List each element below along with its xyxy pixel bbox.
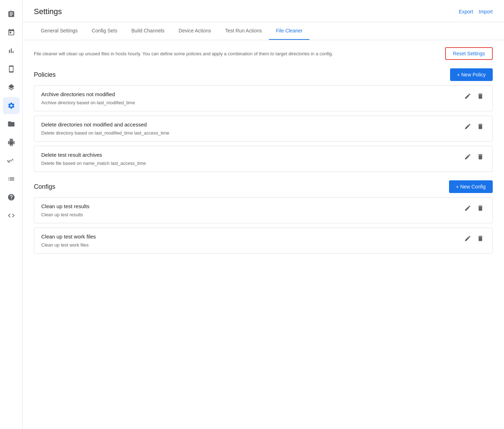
policy-card-0: Archive directories not modified Archive… <box>34 85 493 111</box>
config-card-0-content: Clean up test results Clean up test resu… <box>41 203 457 217</box>
policy-card-1-delete-button[interactable] <box>475 122 485 133</box>
policies-header: Policies + New Policy <box>34 68 493 81</box>
policy-card-2-name: Delete test result archives <box>41 152 457 158</box>
export-link[interactable]: Export <box>459 9 473 14</box>
policy-card-0-name: Archive directories not modified <box>41 91 457 97</box>
tab-general-settings[interactable]: General Settings <box>34 22 85 40</box>
policy-card-1-edit-button[interactable] <box>463 122 473 133</box>
sidebar-item-folder[interactable] <box>3 116 20 132</box>
tab-device-actions[interactable]: Device Actions <box>172 22 218 40</box>
configs-title: Configs <box>34 183 55 191</box>
description-row: File cleaner will clean up unused files … <box>34 47 493 60</box>
config-card-1-content: Clean up test work files Clean up test w… <box>41 234 457 248</box>
tabs-bar: General Settings Config Sets Build Chann… <box>23 22 504 40</box>
policy-card-1-name: Delete directories not modified and acce… <box>41 122 457 128</box>
sidebar-item-chart[interactable] <box>3 42 20 59</box>
policy-card-0-edit-button[interactable] <box>463 91 473 103</box>
policy-card-0-delete-button[interactable] <box>475 91 485 103</box>
new-config-button[interactable]: + New Config <box>449 180 493 193</box>
config-card-0-desc: Clean up test results <box>41 212 457 217</box>
sidebar-item-android[interactable] <box>3 134 20 151</box>
tab-config-sets[interactable]: Config Sets <box>85 22 124 40</box>
policy-card-2-desc: Delete file based on name_match last_acc… <box>41 161 457 166</box>
config-card-1-delete-button[interactable] <box>475 234 485 245</box>
config-card-0: Clean up test results Clean up test resu… <box>34 197 493 223</box>
sidebar-item-code[interactable] <box>3 207 20 224</box>
policy-card-2-actions <box>457 152 485 163</box>
config-card-0-name: Clean up test results <box>41 203 457 209</box>
sidebar-item-list[interactable] <box>3 170 20 187</box>
config-card-1-actions <box>457 234 485 245</box>
policy-card-2-content: Delete test result archives Delete file … <box>41 152 457 166</box>
header-actions: Export Import <box>459 9 493 14</box>
config-card-1-name: Clean up test work files <box>41 234 457 240</box>
sidebar-item-device[interactable] <box>3 61 20 77</box>
policies-section: Policies + New Policy Archive directorie… <box>34 68 493 172</box>
import-link[interactable]: Import <box>479 9 493 14</box>
sidebar <box>0 0 23 429</box>
config-card-0-delete-button[interactable] <box>475 203 485 215</box>
description-text: File cleaner will clean up unused files … <box>34 51 440 56</box>
reset-settings-button[interactable]: Reset Settings <box>445 47 493 60</box>
configs-header: Configs + New Config <box>34 180 493 193</box>
content-area: File cleaner will clean up unused files … <box>23 40 504 429</box>
policy-card-0-content: Archive directories not modified Archive… <box>41 91 457 105</box>
policy-card-2-delete-button[interactable] <box>475 152 485 163</box>
sidebar-item-calendar[interactable] <box>3 24 20 41</box>
sidebar-item-settings[interactable] <box>3 97 20 114</box>
new-policy-button[interactable]: + New Policy <box>450 68 493 81</box>
config-card-1: Clean up test work files Clean up test w… <box>34 228 493 254</box>
configs-section: Configs + New Config Clean up test resul… <box>34 180 493 254</box>
page-header: Settings Export Import <box>23 0 504 22</box>
policy-card-0-desc: Archive directory based on last_modified… <box>41 100 457 105</box>
sidebar-item-layers[interactable] <box>3 79 20 96</box>
sidebar-item-pulse[interactable] <box>3 152 20 169</box>
page-title: Settings <box>34 7 62 16</box>
policy-card-1: Delete directories not modified and acce… <box>34 116 493 142</box>
policy-card-1-content: Delete directories not modified and acce… <box>41 122 457 136</box>
tab-build-channels[interactable]: Build Channels <box>124 22 172 40</box>
policy-card-2-edit-button[interactable] <box>463 152 473 163</box>
tab-file-cleaner[interactable]: File Cleaner <box>269 22 309 40</box>
config-card-0-actions <box>457 203 485 215</box>
policy-card-0-actions <box>457 91 485 103</box>
sidebar-item-clipboard[interactable] <box>3 6 20 23</box>
policy-card-2: Delete test result archives Delete file … <box>34 146 493 172</box>
policy-card-1-desc: Delete directory based on last_modified_… <box>41 130 457 136</box>
sidebar-item-help[interactable] <box>3 189 20 206</box>
main-content: Settings Export Import General Settings … <box>23 0 504 429</box>
tab-test-run-actions[interactable]: Test Run Actions <box>218 22 269 40</box>
config-card-1-desc: Clean up test work files <box>41 242 457 248</box>
policy-card-1-actions <box>457 122 485 133</box>
config-card-1-edit-button[interactable] <box>463 234 473 245</box>
config-card-0-edit-button[interactable] <box>463 203 473 215</box>
policies-title: Policies <box>34 71 56 79</box>
